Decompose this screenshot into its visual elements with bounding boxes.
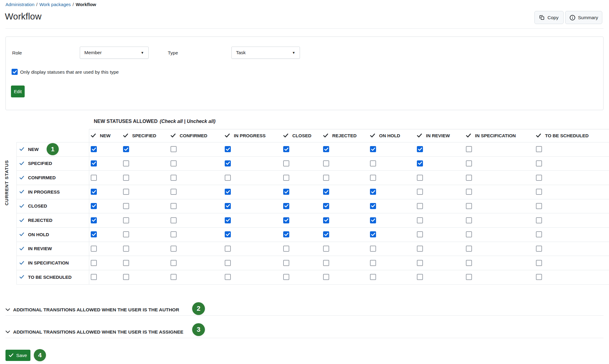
transition-checkbox-closed-to-in-specification[interactable] [466, 203, 472, 209]
transition-checkbox-closed-to-rejected[interactable] [323, 203, 329, 209]
transition-checkbox-in-review-to-specified[interactable] [123, 246, 129, 252]
transition-checkbox-closed-to-confirmed[interactable] [171, 203, 177, 209]
transition-checkbox-in-review-to-in-progress[interactable] [225, 246, 231, 252]
transition-checkbox-to-be-scheduled-to-specified[interactable] [123, 274, 129, 280]
transition-checkbox-in-progress-to-closed[interactable] [283, 189, 289, 195]
transition-checkbox-in-progress-to-on-hold[interactable] [370, 189, 376, 195]
transition-checkbox-closed-to-specified[interactable] [123, 203, 129, 209]
transition-checkbox-rejected-to-closed[interactable] [283, 217, 289, 223]
transition-checkbox-confirmed-to-new[interactable] [91, 175, 97, 181]
section-assignee-transitions[interactable]: ADDITIONAL TRANSITIONS ALLOWED WHEN THE … [5, 327, 183, 337]
transition-checkbox-in-specification-to-to-be-scheduled[interactable] [536, 260, 542, 266]
transition-checkbox-rejected-to-in-specification[interactable] [466, 217, 472, 223]
transition-checkbox-on-hold-to-on-hold[interactable] [370, 231, 376, 237]
transition-checkbox-in-progress-to-to-be-scheduled[interactable] [536, 189, 542, 195]
transition-checkbox-to-be-scheduled-to-new[interactable] [91, 274, 97, 280]
transition-checkbox-new-to-in-progress[interactable] [225, 146, 231, 152]
transition-checkbox-closed-to-to-be-scheduled[interactable] [536, 203, 542, 209]
transition-checkbox-confirmed-to-confirmed[interactable] [171, 175, 177, 181]
transition-checkbox-specified-to-on-hold[interactable] [370, 160, 376, 166]
transition-checkbox-in-specification-to-on-hold[interactable] [370, 260, 376, 266]
transition-checkbox-rejected-to-specified[interactable] [123, 217, 129, 223]
transition-checkbox-in-specification-to-in-progress[interactable] [225, 260, 231, 266]
copy-button[interactable]: Copy [534, 11, 564, 24]
transition-checkbox-closed-to-in-review[interactable] [417, 203, 423, 209]
transition-checkbox-to-be-scheduled-to-in-review[interactable] [417, 274, 423, 280]
transition-checkbox-confirmed-to-in-specification[interactable] [466, 175, 472, 181]
transition-checkbox-in-specification-to-confirmed[interactable] [171, 260, 177, 266]
transition-checkbox-in-specification-to-in-review[interactable] [417, 260, 423, 266]
type-select[interactable]: Task ▼ [231, 47, 300, 59]
transition-checkbox-in-review-to-in-specification[interactable] [466, 246, 472, 252]
transition-checkbox-new-to-new[interactable] [91, 146, 97, 152]
role-select[interactable]: Member ▼ [80, 47, 149, 59]
transition-checkbox-in-review-to-rejected[interactable] [323, 246, 329, 252]
transition-checkbox-in-progress-to-in-review[interactable] [417, 189, 423, 195]
transition-checkbox-on-hold-to-to-be-scheduled[interactable] [536, 231, 542, 237]
transition-checkbox-in-progress-to-confirmed[interactable] [171, 189, 177, 195]
transition-checkbox-rejected-to-rejected[interactable] [323, 217, 329, 223]
transition-checkbox-closed-to-new[interactable] [91, 203, 97, 209]
transition-checkbox-in-review-to-closed[interactable] [283, 246, 289, 252]
transition-checkbox-confirmed-to-to-be-scheduled[interactable] [536, 175, 542, 181]
transition-checkbox-on-hold-to-in-specification[interactable] [466, 231, 472, 237]
transition-checkbox-closed-to-on-hold[interactable] [370, 203, 376, 209]
transition-checkbox-rejected-to-on-hold[interactable] [370, 217, 376, 223]
transition-checkbox-specified-to-in-review[interactable] [417, 160, 423, 166]
transition-checkbox-confirmed-to-closed[interactable] [283, 175, 289, 181]
transition-checkbox-new-to-to-be-scheduled[interactable] [536, 146, 542, 152]
transition-checkbox-in-specification-to-rejected[interactable] [323, 260, 329, 266]
summary-button[interactable]: Summary [565, 11, 602, 24]
transition-checkbox-confirmed-to-specified[interactable] [123, 175, 129, 181]
transition-checkbox-to-be-scheduled-to-confirmed[interactable] [171, 274, 177, 280]
breadcrumb-administration[interactable]: Administration [5, 2, 34, 7]
transition-checkbox-specified-to-new[interactable] [91, 160, 97, 166]
transition-checkbox-in-progress-to-in-progress[interactable] [225, 189, 231, 195]
transition-checkbox-rejected-to-to-be-scheduled[interactable] [536, 217, 542, 223]
transition-checkbox-in-progress-to-rejected[interactable] [323, 189, 329, 195]
transition-checkbox-to-be-scheduled-to-to-be-scheduled[interactable] [536, 274, 542, 280]
edit-button[interactable]: Edit [11, 86, 25, 97]
transition-checkbox-rejected-to-in-review[interactable] [417, 217, 423, 223]
transition-checkbox-new-to-rejected[interactable] [323, 146, 329, 152]
transition-checkbox-in-review-to-to-be-scheduled[interactable] [536, 246, 542, 252]
transition-checkbox-specified-to-closed[interactable] [283, 160, 289, 166]
transition-checkbox-in-review-to-on-hold[interactable] [370, 246, 376, 252]
transition-checkbox-specified-to-in-progress[interactable] [225, 160, 231, 166]
transition-checkbox-closed-to-closed[interactable] [283, 203, 289, 209]
transition-checkbox-on-hold-to-rejected[interactable] [323, 231, 329, 237]
transition-checkbox-on-hold-to-closed[interactable] [283, 231, 289, 237]
section-author-transitions[interactable]: ADDITIONAL TRANSITIONS ALLOWED WHEN THE … [5, 305, 179, 314]
check-all-uncheck-all-links[interactable]: (Check all | Uncheck all) [160, 119, 215, 124]
transition-checkbox-closed-to-in-progress[interactable] [225, 203, 231, 209]
transition-checkbox-to-be-scheduled-to-in-specification[interactable] [466, 274, 472, 280]
transition-checkbox-in-review-to-in-review[interactable] [417, 246, 423, 252]
transition-checkbox-new-to-specified[interactable] [123, 146, 129, 152]
transition-checkbox-rejected-to-in-progress[interactable] [225, 217, 231, 223]
transition-checkbox-specified-to-to-be-scheduled[interactable] [536, 160, 542, 166]
transition-checkbox-new-to-confirmed[interactable] [171, 146, 177, 152]
transition-checkbox-new-to-on-hold[interactable] [370, 146, 376, 152]
transition-checkbox-to-be-scheduled-to-in-progress[interactable] [225, 274, 231, 280]
transition-checkbox-confirmed-to-in-review[interactable] [417, 175, 423, 181]
transition-checkbox-in-specification-to-specified[interactable] [123, 260, 129, 266]
transition-checkbox-confirmed-to-on-hold[interactable] [370, 175, 376, 181]
transition-checkbox-new-to-closed[interactable] [283, 146, 289, 152]
transition-checkbox-rejected-to-confirmed[interactable] [171, 217, 177, 223]
transition-checkbox-to-be-scheduled-to-rejected[interactable] [323, 274, 329, 280]
transition-checkbox-rejected-to-new[interactable] [91, 217, 97, 223]
transition-checkbox-in-progress-to-in-specification[interactable] [466, 189, 472, 195]
transition-checkbox-specified-to-specified[interactable] [123, 160, 129, 166]
transition-checkbox-in-specification-to-new[interactable] [91, 260, 97, 266]
transition-checkbox-confirmed-to-rejected[interactable] [323, 175, 329, 181]
transition-checkbox-in-progress-to-specified[interactable] [123, 189, 129, 195]
save-button[interactable]: Save [5, 350, 30, 361]
transition-checkbox-to-be-scheduled-to-closed[interactable] [283, 274, 289, 280]
transition-checkbox-in-specification-to-in-specification[interactable] [466, 260, 472, 266]
transition-checkbox-specified-to-confirmed[interactable] [171, 160, 177, 166]
transition-checkbox-new-to-in-specification[interactable] [466, 146, 472, 152]
transition-checkbox-on-hold-to-confirmed[interactable] [171, 231, 177, 237]
breadcrumb-work-packages[interactable]: Work packages [39, 2, 71, 7]
transition-checkbox-in-review-to-confirmed[interactable] [171, 246, 177, 252]
transition-checkbox-to-be-scheduled-to-on-hold[interactable] [370, 274, 376, 280]
